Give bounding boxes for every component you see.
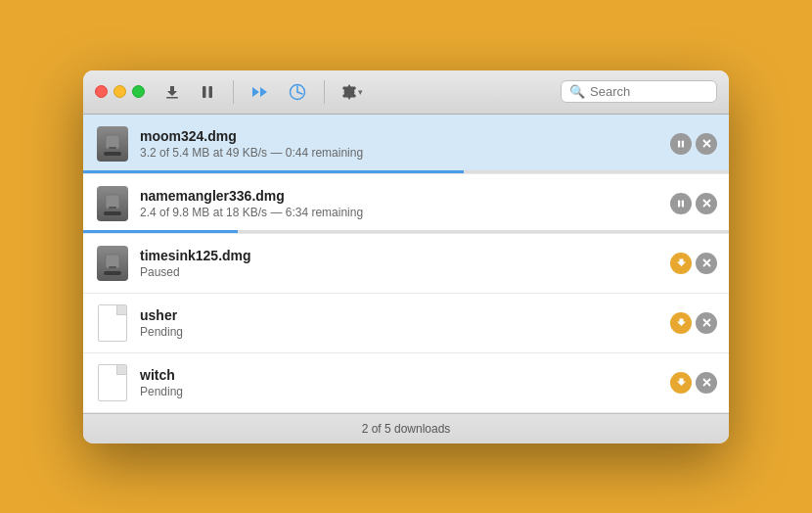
- download-list: moom324.dmg 3.2 of 5.4 MB at 49 KB/s — 0…: [83, 115, 729, 413]
- download-status: 3.2 of 5.4 MB at 49 KB/s — 0:44 remainin…: [140, 146, 658, 160]
- download-info: witch Pending: [140, 367, 658, 398]
- file-icon-container: [95, 361, 130, 404]
- toolbar: ▾ 🔍: [83, 70, 729, 115]
- cancel-button[interactable]: [696, 253, 717, 274]
- progress-bar-container: [83, 170, 729, 173]
- status-text: 2 of 5 downloads: [362, 422, 451, 436]
- cancel-button[interactable]: [696, 312, 717, 334]
- pause-button[interactable]: [670, 133, 692, 155]
- cancel-button[interactable]: [696, 133, 717, 155]
- download-item[interactable]: namemangler336.dmg 2.4 of 9.8 MB at 18 K…: [83, 174, 729, 234]
- file-icon: [98, 364, 127, 401]
- resume-button[interactable]: [670, 372, 692, 394]
- svg-rect-5: [109, 147, 116, 149]
- svg-rect-2: [209, 86, 213, 98]
- download-info: usher Pending: [140, 307, 658, 339]
- file-icon-container: [95, 242, 130, 285]
- download-status: Pending: [140, 325, 658, 339]
- download-name: moom324.dmg: [140, 128, 658, 144]
- action-buttons: [670, 312, 717, 334]
- download-manager-window: ▾ 🔍 moom324.dmg 3.2 of 5.4 MB at 49 KB/s…: [83, 70, 729, 443]
- file-icon-container: [95, 122, 130, 165]
- speed-button[interactable]: [283, 80, 312, 104]
- resume-button[interactable]: [670, 253, 692, 274]
- resume-button[interactable]: [670, 312, 692, 334]
- cancel-button[interactable]: [696, 193, 717, 214]
- svg-rect-7: [682, 140, 684, 147]
- download-item[interactable]: usher Pending: [83, 294, 729, 353]
- action-buttons: [670, 193, 717, 214]
- progress-bar: [83, 230, 238, 233]
- download-item[interactable]: timesink125.dmg Paused: [83, 234, 729, 294]
- download-info: namemangler336.dmg 2.4 of 9.8 MB at 18 K…: [140, 188, 658, 219]
- file-icon-container: [95, 182, 130, 225]
- download-name: usher: [140, 307, 658, 323]
- svg-rect-13: [682, 200, 684, 207]
- svg-rect-0: [166, 97, 178, 99]
- file-icon: [98, 304, 127, 342]
- download-name: namemangler336.dmg: [140, 188, 658, 204]
- svg-rect-6: [678, 140, 680, 147]
- dmg-icon: [97, 246, 128, 281]
- action-buttons: [670, 253, 717, 274]
- file-icon-container: [95, 302, 130, 345]
- action-buttons: [670, 133, 717, 155]
- minimize-button[interactable]: [113, 85, 126, 98]
- cancel-button[interactable]: [696, 372, 717, 394]
- separator2: [324, 80, 325, 104]
- download-status: Paused: [140, 265, 658, 279]
- download-item[interactable]: witch Pending: [83, 353, 729, 413]
- svg-rect-10: [106, 195, 119, 209]
- settings-button[interactable]: ▾: [337, 81, 368, 103]
- search-box[interactable]: 🔍: [561, 80, 717, 103]
- svg-rect-16: [106, 255, 119, 268]
- svg-rect-1: [203, 86, 206, 98]
- gear-chevron-icon: ▾: [358, 87, 363, 97]
- separator: [233, 80, 234, 104]
- action-buttons: [670, 372, 717, 394]
- download-item[interactable]: moom324.dmg 3.2 of 5.4 MB at 49 KB/s — 0…: [83, 115, 729, 174]
- pause-button[interactable]: [670, 193, 692, 214]
- search-input[interactable]: [590, 84, 708, 99]
- search-icon: 🔍: [569, 84, 585, 99]
- progress-bar-container: [83, 230, 729, 233]
- svg-rect-4: [106, 135, 119, 149]
- download-button[interactable]: [158, 81, 186, 103]
- download-status: 2.4 of 9.8 MB at 18 KB/s — 6:34 remainin…: [140, 206, 658, 219]
- download-name: witch: [140, 367, 658, 383]
- dmg-icon: [97, 126, 128, 162]
- svg-rect-17: [109, 266, 116, 268]
- progress-bar: [83, 170, 464, 173]
- svg-rect-12: [678, 200, 680, 207]
- traffic-lights: [95, 85, 145, 98]
- dmg-icon: [97, 186, 128, 221]
- download-info: moom324.dmg 3.2 of 5.4 MB at 49 KB/s — 0…: [140, 128, 658, 160]
- svg-rect-11: [109, 207, 116, 209]
- skip-button[interactable]: [246, 81, 275, 103]
- maximize-button[interactable]: [132, 85, 145, 98]
- status-bar: 2 of 5 downloads: [83, 413, 729, 443]
- download-name: timesink125.dmg: [140, 248, 658, 263]
- close-button[interactable]: [95, 85, 108, 98]
- download-info: timesink125.dmg Paused: [140, 248, 658, 279]
- pause-all-button[interactable]: [194, 81, 221, 103]
- download-status: Pending: [140, 385, 658, 398]
